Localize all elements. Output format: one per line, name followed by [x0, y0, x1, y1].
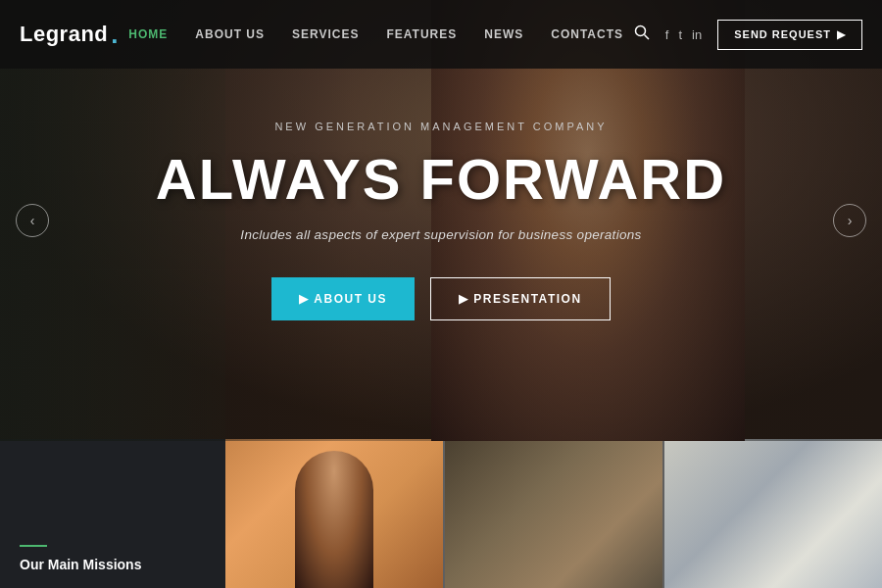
missions-panel: Our Main Missions — [0, 439, 225, 588]
missions-line-accent — [20, 545, 47, 547]
search-icon[interactable] — [634, 24, 650, 44]
bottom-image-1 — [225, 439, 443, 588]
prev-slide-button[interactable]: ‹ — [16, 204, 49, 237]
header: Legrand . HOME ABOUT US SERVICES FEATURE… — [0, 0, 882, 69]
send-request-button[interactable]: SEND REQUEST ▶ — [717, 20, 862, 50]
next-slide-button[interactable]: › — [833, 204, 866, 237]
bottom-section: Our Main Missions — [0, 439, 882, 588]
nav-news[interactable]: NEWS — [484, 27, 523, 41]
bottom-image-2 — [445, 439, 662, 588]
presentation-button[interactable]: ▶ PRESENTATION — [430, 277, 611, 320]
nav-home[interactable]: HOME — [128, 27, 168, 41]
hero-title: ALWAYS FORWARD — [156, 150, 726, 210]
send-icon: ▶ — [837, 28, 846, 41]
nav-services[interactable]: SERVICES — [292, 27, 359, 41]
missions-label: Our Main Missions — [20, 557, 206, 572]
hero-description: Includes all aspects of expert supervisi… — [240, 227, 641, 242]
about-us-button[interactable]: ▶ ABOUT US — [271, 277, 415, 320]
twitter-icon[interactable]: t — [678, 27, 682, 42]
linkedin-icon[interactable]: in — [692, 27, 702, 42]
bottom-images — [225, 439, 882, 588]
bottom-image-3 — [664, 439, 882, 588]
hero-buttons: ▶ ABOUT US ▶ PRESENTATION — [271, 277, 610, 320]
logo-dot: . — [111, 20, 118, 50]
hero-subtitle: NEW GENERATION MANAGEMENT COMPANY — [274, 121, 607, 132]
main-nav: HOME ABOUT US SERVICES FEATURES NEWS CON… — [128, 27, 623, 41]
social-icons: f t in — [665, 27, 702, 42]
facebook-icon[interactable]: f — [665, 27, 669, 42]
header-right: f t in SEND REQUEST ▶ — [634, 20, 862, 50]
arrow-left-icon: ‹ — [30, 213, 35, 228]
logo-text: Legrand — [20, 22, 108, 47]
person-image-1 — [295, 451, 373, 588]
svg-line-1 — [644, 35, 649, 40]
send-request-label: SEND REQUEST — [734, 28, 831, 40]
bottom-img-bg-3 — [664, 439, 882, 588]
nav-features[interactable]: FEATURES — [386, 27, 457, 41]
bottom-img-bg-2 — [445, 439, 662, 588]
arrow-right-icon: › — [848, 213, 853, 228]
logo[interactable]: Legrand . — [20, 20, 119, 50]
nav-about[interactable]: ABOUT US — [195, 27, 265, 41]
svg-point-0 — [635, 26, 645, 36]
nav-contacts[interactable]: CONTACTS — [551, 27, 623, 41]
